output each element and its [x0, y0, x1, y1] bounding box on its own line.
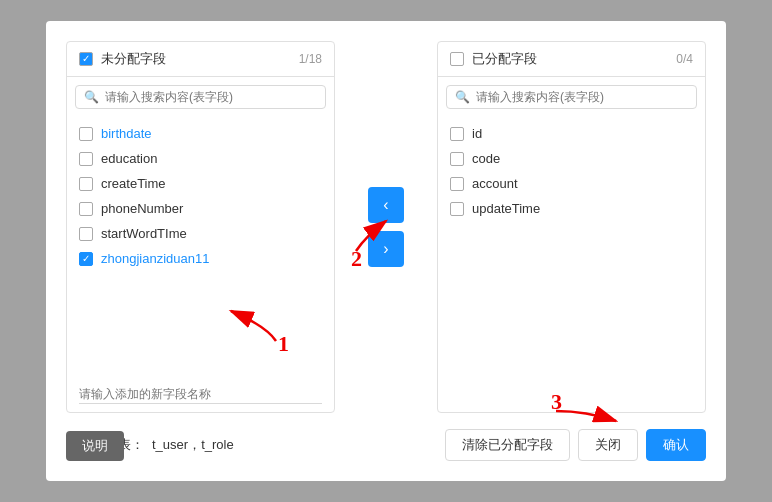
field-item-updatetime[interactable]: updateTime [438, 196, 705, 221]
right-search-icon: 🔍 [455, 90, 470, 104]
right-search-input[interactable] [476, 90, 688, 104]
clear-button[interactable]: 清除已分配字段 [445, 429, 570, 461]
left-search-box: 🔍 [75, 85, 326, 109]
left-panel-title: 未分配字段 [101, 50, 166, 68]
field-item-birthdate[interactable]: birthdate [67, 121, 334, 146]
left-panel-count: 1/18 [299, 52, 322, 66]
field-item-zhongjianziduan[interactable]: ✓ zhongjianziduan11 [67, 246, 334, 271]
right-search-box: 🔍 [446, 85, 697, 109]
field-label-zhongjianziduan: zhongjianziduan11 [101, 251, 209, 266]
transfer-left-button[interactable]: ‹ [368, 187, 404, 223]
field-item-account[interactable]: account [438, 171, 705, 196]
field-item-phonenumber[interactable]: phoneNumber [67, 196, 334, 221]
field-label-id: id [472, 126, 482, 141]
field-checkbox-createtime[interactable] [79, 177, 93, 191]
field-label-code: code [472, 151, 500, 166]
field-checkbox-check-zhongjianziduan: ✓ [82, 254, 90, 264]
right-field-list: id code account updateTime [438, 117, 705, 412]
field-label-startwordtime: startWordTIme [101, 226, 187, 241]
left-panel-checkbox[interactable]: ✓ [79, 52, 93, 66]
right-panel-checkbox[interactable] [450, 52, 464, 66]
right-panel-count: 0/4 [676, 52, 693, 66]
field-checkbox-phonenumber[interactable] [79, 202, 93, 216]
table-values: t_user，t_role [152, 436, 234, 454]
transfer-right-button[interactable]: › [368, 231, 404, 267]
field-item-createtime[interactable]: createTime [67, 171, 334, 196]
explain-button[interactable]: 说明 [66, 431, 124, 461]
field-checkbox-birthdate[interactable] [79, 127, 93, 141]
right-panel: 已分配字段 0/4 🔍 id code [437, 41, 706, 413]
modal-footer: 参与分配表： t_user，t_role 清除已分配字段 关闭 确认 [66, 429, 706, 461]
field-checkbox-updatetime[interactable] [450, 202, 464, 216]
right-panel-header: 已分配字段 0/4 [438, 42, 705, 77]
field-item-education[interactable]: education [67, 146, 334, 171]
modal-body: ✓ 未分配字段 1/18 🔍 birthdate edu [66, 41, 706, 413]
transfer-buttons: ‹ › [351, 41, 421, 413]
modal: ✓ 未分配字段 1/18 🔍 birthdate edu [46, 21, 726, 481]
field-label-account: account [472, 176, 518, 191]
field-checkbox-zhongjianziduan[interactable]: ✓ [79, 252, 93, 266]
field-item-id[interactable]: id [438, 121, 705, 146]
new-field-input[interactable] [79, 385, 322, 404]
field-checkbox-id[interactable] [450, 127, 464, 141]
field-checkbox-education[interactable] [79, 152, 93, 166]
field-checkbox-code[interactable] [450, 152, 464, 166]
left-panel: ✓ 未分配字段 1/18 🔍 birthdate edu [66, 41, 335, 413]
left-panel-header: ✓ 未分配字段 1/18 [67, 42, 334, 77]
footer-right: 清除已分配字段 关闭 确认 [445, 429, 706, 461]
field-item-startwordtime[interactable]: startWordTIme [67, 221, 334, 246]
left-checkbox-check: ✓ [82, 54, 90, 64]
field-item-code[interactable]: code [438, 146, 705, 171]
field-checkbox-startwordtime[interactable] [79, 227, 93, 241]
modal-overlay: ✓ 未分配字段 1/18 🔍 birthdate edu [0, 0, 772, 502]
left-search-input[interactable] [105, 90, 317, 104]
field-label-birthdate: birthdate [101, 126, 152, 141]
left-field-list: birthdate education createTime phoneNumb… [67, 117, 334, 381]
field-label-education: education [101, 151, 157, 166]
field-label-createtime: createTime [101, 176, 166, 191]
confirm-button[interactable]: 确认 [646, 429, 706, 461]
field-label-updatetime: updateTime [472, 201, 540, 216]
left-search-icon: 🔍 [84, 90, 99, 104]
close-button[interactable]: 关闭 [578, 429, 638, 461]
right-panel-title: 已分配字段 [472, 50, 537, 68]
field-checkbox-account[interactable] [450, 177, 464, 191]
field-label-phonenumber: phoneNumber [101, 201, 183, 216]
